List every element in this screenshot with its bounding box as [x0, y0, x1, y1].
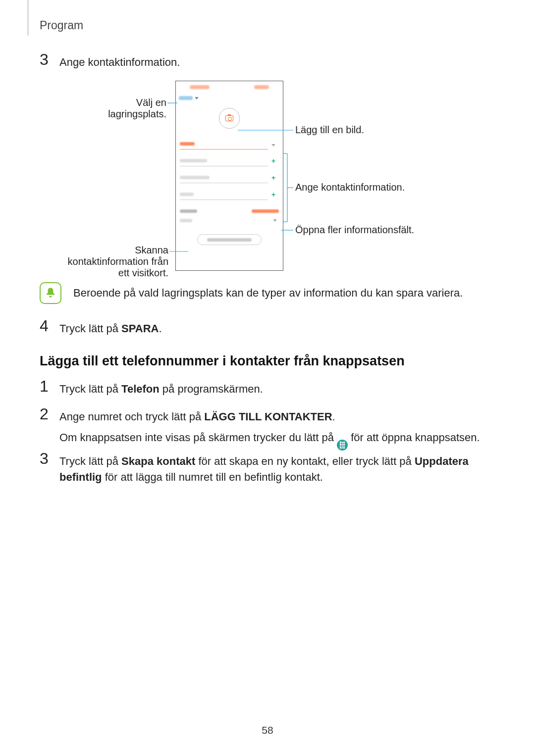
subheading: Lägga till ett telefonnummer i kontakter…: [40, 353, 405, 369]
step-4: 4 Tryck lätt på SPARA.: [40, 318, 162, 337]
callout-more: Öppna fler informationsfält.: [295, 224, 414, 236]
storage-selector: [176, 93, 283, 103]
scan-card-button: [197, 234, 262, 245]
groups-row: [176, 203, 283, 216]
page-number: 58: [0, 724, 535, 736]
chevron-down-icon: [273, 219, 277, 222]
cancel-button-blur: [190, 85, 210, 89]
step-number: 2: [40, 406, 59, 422]
step-3: 3 Ange kontaktinformation.: [40, 51, 180, 70]
header-rule: [28, 0, 28, 36]
step-number: 3: [40, 51, 59, 67]
step-number: 3: [40, 451, 59, 466]
save-button-blur: [254, 85, 269, 89]
callout-info: Ange kontaktinformation.: [295, 182, 405, 193]
step-number: 4: [40, 318, 59, 334]
note-box: Beroende på vald lagringsplats kan de ty…: [40, 282, 463, 304]
step-text: Tryck lätt på SPARA.: [59, 318, 162, 337]
storage-label-blur: [179, 96, 193, 100]
plus-icon: +: [268, 191, 279, 199]
callout-scan: Skanna kontaktinformation från ett visit…: [64, 245, 168, 279]
note-icon: [40, 282, 61, 304]
keypad-step-3: 3 Tryck lätt på Skapa kontakt för att sk…: [40, 451, 495, 485]
plus-icon: +: [268, 157, 279, 165]
more-row: [176, 216, 283, 222]
keypad-step-1: 1 Tryck lätt på Telefon på programskärme…: [40, 378, 263, 397]
chevron-down-icon: [271, 144, 275, 147]
keypad-step-2: 2 Ange numret och tryck lätt på LÄGG TIL…: [40, 406, 480, 451]
callout-storage: Välj en lagringsplats.: [97, 97, 166, 120]
email-field: +: [176, 186, 283, 203]
step-text: Ange numret och tryck lätt på LÄGG TILL …: [59, 406, 480, 451]
contact-avatar: [219, 108, 240, 129]
chevron-down-icon: [195, 97, 199, 100]
step-text: Tryck lätt på Skapa kontakt för att skap…: [59, 451, 495, 485]
step-text: Ange kontaktinformation.: [59, 51, 180, 70]
name-field: [176, 136, 283, 152]
phone-mockup: + + +: [175, 81, 283, 271]
step-text: Tryck lätt på Telefon på programskärmen.: [59, 378, 263, 397]
step-number: 1: [40, 378, 59, 394]
note-text: Beroende på vald lagringsplats kan de ty…: [73, 287, 463, 300]
organisation-field: +: [176, 152, 283, 169]
section-header: Program: [40, 19, 83, 32]
phone-field: +: [176, 169, 283, 186]
plus-icon: +: [268, 174, 279, 182]
callout-image: Lägg till en bild.: [295, 124, 364, 136]
camera-icon: [225, 115, 233, 121]
bell-icon: [44, 287, 57, 300]
keypad-icon: [337, 440, 348, 451]
